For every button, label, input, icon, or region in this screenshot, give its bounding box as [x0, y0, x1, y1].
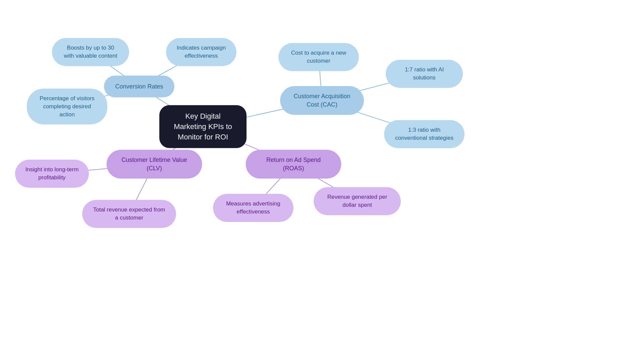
percentage-visitors-node[interactable]: Percentage of visitors completing desire… — [27, 88, 107, 124]
indicates-campaign-node[interactable]: Indicates campaign effectiveness — [166, 38, 236, 66]
roas-node[interactable]: Return on Ad Spend (ROAS) — [246, 150, 341, 179]
revenue-per-dollar-node[interactable]: Revenue generated per dollar spent — [314, 187, 401, 215]
diagram-container: Key Digital Marketing KPIs to Monitor fo… — [0, 0, 644, 363]
ratio-17-node[interactable]: 1:7 ratio with AI solutions — [386, 60, 463, 88]
center-node[interactable]: Key Digital Marketing KPIs to Monitor fo… — [159, 105, 247, 148]
ratio-13-node[interactable]: 1:3 ratio with conventional strategies — [384, 120, 465, 148]
boosts-content-node[interactable]: Boosts by up to 30 with valuable content — [52, 38, 129, 66]
conversion-rates-node[interactable]: Conversion Rates — [104, 76, 174, 98]
clv-node[interactable]: Customer Lifetime Value (CLV) — [107, 150, 202, 179]
insight-longterm-node[interactable]: Insight into long-term profitability — [15, 160, 89, 188]
measures-advertising-node[interactable]: Measures advertising effectiveness — [213, 194, 293, 222]
total-revenue-node[interactable]: Total revenue expected from a customer — [82, 200, 176, 228]
cac-node[interactable]: Customer Acquisition Cost (CAC) — [280, 86, 364, 115]
cost-acquire-node[interactable]: Cost to acquire a new customer — [278, 43, 359, 71]
